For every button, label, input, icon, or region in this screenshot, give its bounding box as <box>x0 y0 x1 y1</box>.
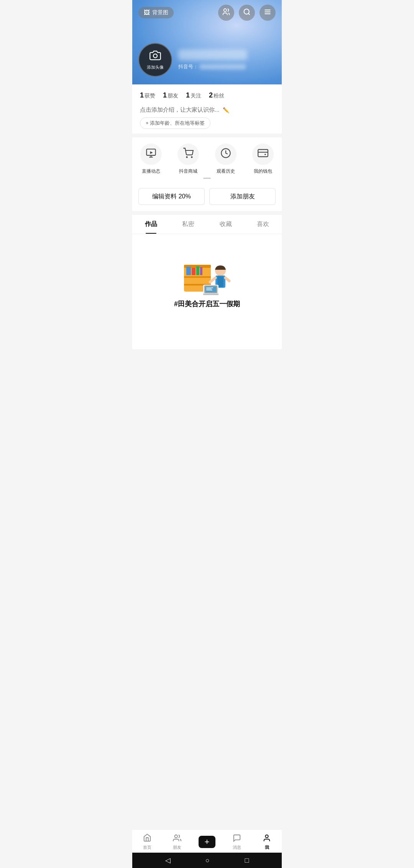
friends-button[interactable] <box>218 5 234 21</box>
image-icon: 🖼 <box>144 9 150 16</box>
profile-info: 添加头像 抖音号： <box>138 43 247 77</box>
svg-rect-21 <box>192 268 196 275</box>
live-icon-circle <box>140 144 162 165</box>
search-icon <box>243 8 251 18</box>
tab-collection[interactable]: 收藏 <box>207 215 245 234</box>
bg-image-label: 背景图 <box>152 9 168 16</box>
svg-rect-22 <box>196 266 199 275</box>
wallet-label: 我的钱包 <box>254 168 272 175</box>
followers-label: 粉丝 <box>214 92 224 99</box>
username-blurred <box>178 50 247 60</box>
svg-point-12 <box>191 157 192 157</box>
stat-friends[interactable]: 1 朋友 <box>163 91 178 99</box>
shop-icon-circle <box>177 144 199 165</box>
svg-rect-31 <box>203 294 219 295</box>
quick-item-shop[interactable]: 抖音商城 <box>175 144 202 175</box>
douyin-id-label: 抖音号： <box>178 63 198 70</box>
hamburger-icon <box>264 8 271 18</box>
douyin-id-value <box>200 64 246 69</box>
tab-private[interactable]: 私密 <box>170 215 207 234</box>
svg-rect-18 <box>184 276 211 278</box>
live-icon <box>146 148 156 161</box>
svg-rect-20 <box>186 267 191 275</box>
add-friend-button[interactable]: 添加朋友 <box>209 188 276 205</box>
svg-point-15 <box>264 154 266 155</box>
likes-label: 获赞 <box>145 92 155 99</box>
content-tabs: 作品 私密 收藏 喜欢 <box>132 215 282 234</box>
wallet-icon <box>258 148 268 161</box>
bio-text-row: 点击添加介绍，让大家认识你... ✏️ <box>140 106 274 114</box>
edit-bio-icon[interactable]: ✏️ <box>223 107 229 113</box>
friends-count: 1 <box>163 91 167 99</box>
quick-access-section: 直播动态 抖音商城 <box>132 137 282 183</box>
stats-section: 1 获赞 1 朋友 1 关注 2 粉丝 <box>132 84 282 105</box>
history-icon-circle <box>215 144 237 165</box>
likes-count: 1 <box>140 91 144 99</box>
avatar[interactable]: 添加头像 <box>138 43 172 77</box>
history-label: 观看历史 <box>217 168 235 175</box>
stat-following[interactable]: 1 关注 <box>186 91 201 99</box>
content-hashtag: #田美合开启五一假期 <box>174 299 240 309</box>
search-button[interactable] <box>239 5 255 21</box>
followers-count: 2 <box>209 91 213 99</box>
live-label: 直播动态 <box>142 168 160 175</box>
avatar-label: 添加头像 <box>147 64 164 70</box>
profile-header: 🖼 背景图 <box>132 0 282 84</box>
svg-point-1 <box>244 9 249 14</box>
svg-rect-23 <box>200 267 202 275</box>
add-tags-button[interactable]: + 添加年龄、所在地等标签 <box>140 117 210 129</box>
content-area: #田美合开启五一假期 <box>132 234 282 349</box>
content-illustration <box>180 257 234 299</box>
bio-section: 点击添加介绍，让大家认识你... ✏️ + 添加年龄、所在地等标签 <box>132 105 282 134</box>
scroll-dot <box>203 178 211 179</box>
wallet-icon-circle <box>252 144 274 165</box>
svg-line-28 <box>225 278 229 281</box>
svg-line-27 <box>210 278 215 282</box>
svg-rect-32 <box>205 287 216 292</box>
bio-placeholder[interactable]: 点击添加介绍，让大家认识你... <box>140 106 220 114</box>
menu-button[interactable] <box>260 5 276 21</box>
header-icons <box>218 5 276 21</box>
edit-profile-button[interactable]: 编辑资料 20% <box>138 188 205 205</box>
username-section: 抖音号： <box>178 50 247 70</box>
quick-item-history[interactable]: 观看历史 <box>212 144 239 175</box>
svg-line-2 <box>248 13 250 15</box>
svg-rect-14 <box>258 150 268 157</box>
tab-works[interactable]: 作品 <box>132 215 170 234</box>
friends-label: 朋友 <box>168 92 178 99</box>
svg-point-0 <box>224 8 227 11</box>
quick-item-wallet[interactable]: 我的钱包 <box>250 144 276 175</box>
quick-access-row: 直播动态 抖音商城 <box>132 144 282 175</box>
shop-icon <box>183 148 194 161</box>
svg-point-6 <box>153 54 157 58</box>
shop-label: 抖音商城 <box>179 168 197 175</box>
friends-icon <box>222 8 230 18</box>
svg-marker-8 <box>150 151 153 154</box>
scroll-indicator <box>132 178 282 179</box>
bg-image-button[interactable]: 🖼 背景图 <box>138 7 174 18</box>
tab-likes[interactable]: 喜欢 <box>245 215 282 234</box>
action-buttons: 编辑资料 20% 添加朋友 <box>132 183 282 211</box>
stat-followers[interactable]: 2 粉丝 <box>209 91 224 99</box>
stat-likes[interactable]: 1 获赞 <box>140 91 155 99</box>
quick-item-live[interactable]: 直播动态 <box>138 144 164 175</box>
following-count: 1 <box>186 91 190 99</box>
camera-icon <box>150 50 161 63</box>
tabs-row: 作品 私密 收藏 喜欢 <box>132 215 282 234</box>
header-top-bar: 🖼 背景图 <box>132 0 282 25</box>
following-label: 关注 <box>191 92 201 99</box>
svg-point-11 <box>187 157 187 157</box>
history-icon <box>220 148 231 161</box>
